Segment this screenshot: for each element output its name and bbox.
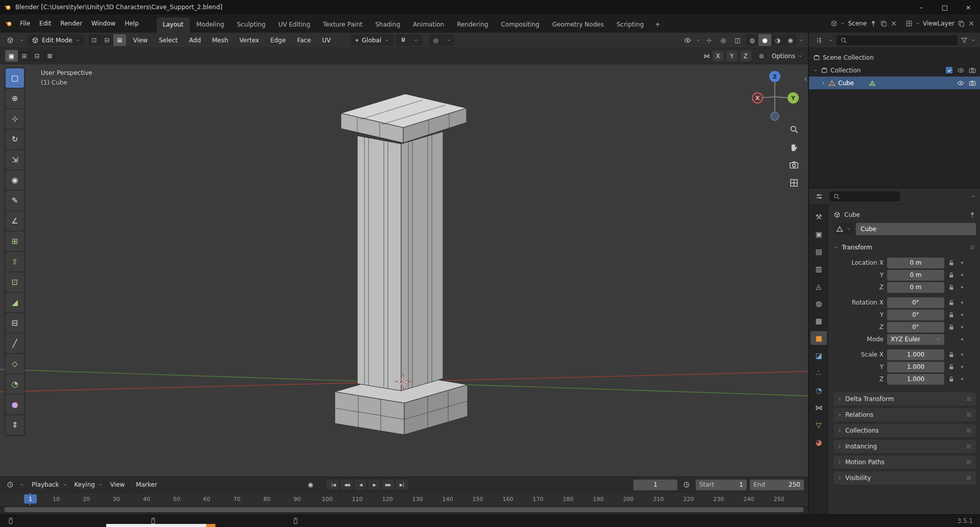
outliner-search-input[interactable]: [837, 35, 958, 45]
chevron-down-icon[interactable]: [19, 37, 24, 44]
tool-transform[interactable]: ◉: [6, 170, 24, 190]
chevron-down-icon[interactable]: [971, 193, 976, 200]
proportional-toggle[interactable]: ◎: [429, 34, 442, 46]
close-button[interactable]: ×: [957, 0, 980, 14]
tool-scale[interactable]: ⇲: [6, 150, 24, 169]
lock-icon[interactable]: [948, 259, 955, 266]
pan-hand-icon[interactable]: [789, 142, 799, 152]
mirror-z-toggle[interactable]: Z: [740, 51, 751, 61]
remove-viewlayer-icon[interactable]: [968, 20, 975, 27]
tab-animation[interactable]: Animation: [407, 17, 450, 33]
menu-view[interactable]: View: [129, 35, 152, 46]
keyframe-dot-icon[interactable]: [959, 323, 966, 331]
section-instancing[interactable]: Instancing: [834, 440, 976, 453]
current-frame-field[interactable]: 1: [633, 480, 677, 490]
tab-view-layer-properties[interactable]: ▥: [811, 262, 827, 275]
menu-select[interactable]: Select: [155, 35, 182, 46]
select-mode-set-button[interactable]: ▣: [5, 50, 18, 62]
tool-smooth[interactable]: ●: [6, 395, 24, 414]
tool-knife[interactable]: ╱: [6, 334, 24, 353]
select-mode-extend-button[interactable]: ⊞: [18, 50, 31, 62]
tab-material-properties[interactable]: ◕: [811, 435, 827, 449]
chevron-down-icon[interactable]: [696, 37, 701, 44]
expand-arrow-icon[interactable]: [813, 67, 818, 74]
vertex-select-button[interactable]: ⊡: [88, 34, 101, 46]
shading-material-button[interactable]: ◑: [771, 34, 784, 46]
snap-toggle[interactable]: [397, 34, 409, 46]
show-overlays-toggle[interactable]: ◎: [717, 34, 729, 46]
maximize-button[interactable]: □: [933, 0, 957, 14]
menu-timeline-view[interactable]: View: [106, 479, 129, 490]
section-visibility[interactable]: Visibility: [834, 471, 976, 485]
keyframe-dot-icon[interactable]: [959, 271, 966, 279]
keyframe-dot-icon[interactable]: [959, 311, 966, 318]
frame-end-field[interactable]: End 250: [750, 480, 804, 490]
transform-orientation-dropdown[interactable]: ⌖ Global: [351, 34, 394, 46]
jump-to-end-button[interactable]: ▶│: [396, 480, 408, 490]
render-camera-icon[interactable]: [969, 67, 976, 74]
section-delta-transform[interactable]: Delta Transform: [834, 392, 976, 406]
keyframe-dot-icon[interactable]: [959, 375, 966, 383]
tab-modeling[interactable]: Modeling: [190, 17, 231, 33]
scene-selector[interactable]: Scene: [830, 20, 867, 27]
location-x-field[interactable]: 0 m: [887, 258, 944, 268]
tab-physics-properties[interactable]: ◔: [811, 383, 827, 397]
snap-options-button[interactable]: [409, 34, 422, 46]
jump-to-start-button[interactable]: │◀: [327, 480, 339, 490]
tab-geometry-nodes[interactable]: Geometry Nodes: [546, 17, 610, 33]
tool-extrude-region[interactable]: ⇧: [6, 252, 24, 271]
tab-texture-paint[interactable]: Texture Paint: [317, 17, 369, 33]
properties-editor-type-button[interactable]: [813, 190, 825, 202]
shading-rendered-button[interactable]: ◉: [784, 34, 797, 46]
menu-window[interactable]: Window: [87, 18, 120, 29]
rotation-x-field[interactable]: 0°: [887, 297, 944, 308]
lock-icon[interactable]: [948, 375, 955, 383]
menu-uv[interactable]: UV: [318, 35, 335, 46]
shading-options-chevron-icon[interactable]: [799, 37, 804, 44]
tool-rotate[interactable]: ↻: [6, 130, 24, 149]
new-scene-icon[interactable]: [880, 20, 887, 27]
play-button[interactable]: ▶: [368, 480, 380, 490]
tab-world-properties[interactable]: ◍: [811, 296, 827, 310]
minimize-button[interactable]: –: [910, 0, 933, 14]
menu-face[interactable]: Face: [293, 35, 315, 46]
lock-icon[interactable]: [948, 323, 955, 331]
keyframe-dot-icon[interactable]: [959, 259, 966, 266]
tab-collection-properties[interactable]: ▦: [811, 314, 827, 328]
menu-keying[interactable]: Keying: [70, 479, 99, 490]
scale-x-field[interactable]: 1.000: [887, 349, 944, 360]
tab-output-properties[interactable]: ▤: [811, 244, 827, 258]
hide-eye-icon[interactable]: [957, 80, 964, 87]
lock-icon[interactable]: [948, 299, 955, 306]
menu-edge[interactable]: Edge: [266, 35, 290, 46]
lock-icon[interactable]: [948, 284, 955, 291]
lock-icon[interactable]: [948, 271, 955, 279]
tab-scene-properties[interactable]: ◬: [811, 279, 827, 293]
lock-icon[interactable]: [948, 351, 955, 358]
tab-object-properties[interactable]: ■: [811, 331, 827, 345]
tab-rendering[interactable]: Rendering: [451, 17, 494, 33]
navigation-gizmo[interactable]: Z Y X: [748, 66, 801, 123]
proportional-falloff-button[interactable]: [442, 34, 455, 46]
tab-object-data-properties[interactable]: ▽: [811, 418, 827, 432]
tool-add-cube[interactable]: ⊞: [6, 232, 24, 251]
timeline-editor-type-button[interactable]: [4, 479, 16, 491]
pin-icon[interactable]: [870, 20, 877, 27]
zoom-icon[interactable]: [789, 124, 799, 134]
breadcrumb-object-name[interactable]: Cube: [844, 211, 860, 218]
section-relations[interactable]: Relations: [834, 408, 976, 421]
menu-mesh[interactable]: Mesh: [208, 35, 233, 46]
timeline-scroll-thumb[interactable]: [4, 507, 804, 512]
3d-viewport[interactable]: ▢ ⊕ ⊹ ↻ ⇲ ◉ ✎ ∠ ⊞ ⇧ ⊡ ◢ ⊟ ╱ ◇ ◔ ● ⇕ User…: [0, 64, 808, 476]
tab-scripting[interactable]: Scripting: [610, 17, 650, 33]
editor-type-button[interactable]: [4, 34, 16, 46]
menu-help[interactable]: Help: [120, 18, 143, 29]
menu-edit[interactable]: Edit: [35, 18, 56, 29]
shading-wireframe-button[interactable]: ◍: [746, 34, 758, 46]
new-viewlayer-icon[interactable]: [958, 20, 965, 27]
timeline-ruler[interactable]: 1 10 20 30 40 50 60 70 80 90 100 110 120…: [0, 492, 808, 506]
outliner-row-collection[interactable]: Collection: [809, 64, 980, 77]
tab-sculpting[interactable]: Sculpting: [231, 17, 272, 33]
shading-solid-button[interactable]: ●: [758, 34, 771, 46]
expand-arrow-icon[interactable]: [821, 80, 826, 87]
